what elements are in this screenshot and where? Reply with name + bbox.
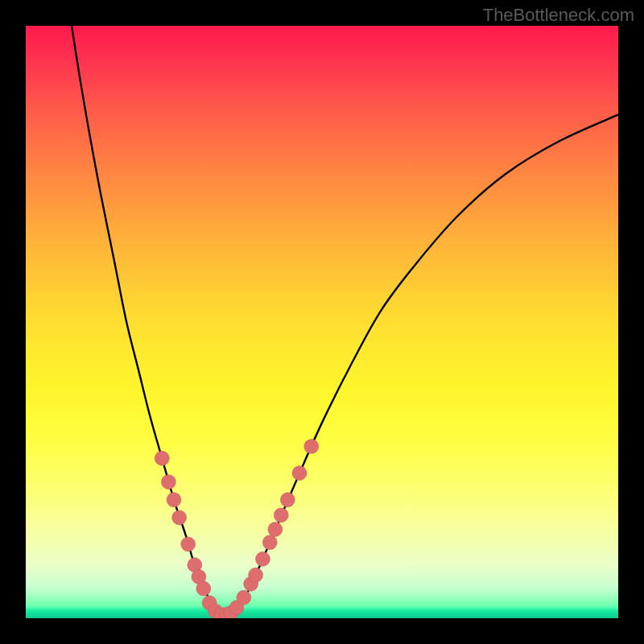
highlighted-dot: [274, 508, 288, 522]
highlighted-dot: [167, 493, 181, 507]
highlighted-dot: [237, 590, 251, 605]
highlighted-dot: [268, 522, 283, 537]
highlighted-dot: [280, 493, 295, 507]
watermark-text: TheBottleneck.com: [483, 5, 634, 26]
highlighted-dot: [172, 510, 187, 525]
highlighted-dot: [249, 568, 263, 582]
chart-plot-area: [26, 26, 618, 618]
highlighted-dot: [181, 537, 196, 551]
highlighted-dots-group: [155, 440, 318, 618]
bottleneck-curve: [26, 26, 618, 615]
highlighted-dot: [292, 466, 307, 481]
highlighted-dot: [155, 451, 169, 465]
highlighted-dot: [196, 581, 211, 596]
highlighted-dot: [304, 440, 319, 454]
highlighted-dot: [262, 535, 277, 550]
highlighted-dot: [255, 551, 270, 566]
chart-svg: [26, 26, 618, 618]
highlighted-dot: [161, 475, 175, 489]
